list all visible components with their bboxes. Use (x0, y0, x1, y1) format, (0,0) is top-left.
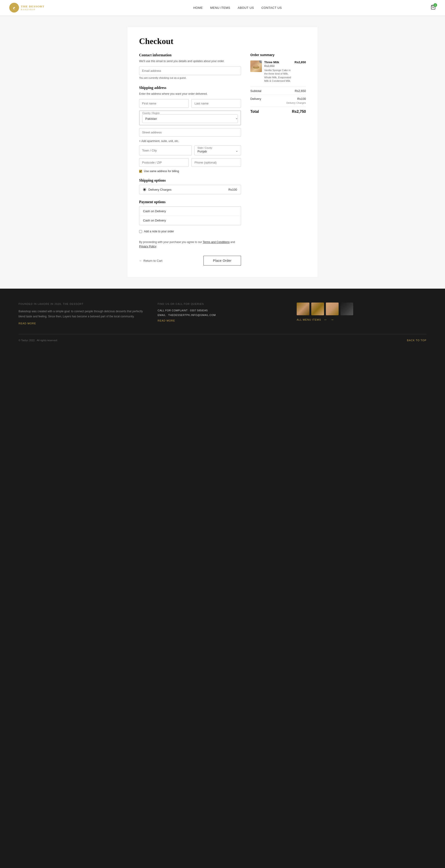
delivery-value: Rs100 (297, 97, 306, 100)
same-address-checkbox[interactable] (139, 170, 142, 173)
street-field[interactable] (139, 128, 241, 137)
postcode-phone-row (139, 158, 241, 167)
shipping-subtitle: Enter the address where you want your or… (139, 92, 241, 95)
shipping-section-title: Shipping address (139, 86, 241, 90)
footer-menu: ALL MENU ITEMS ← → (297, 303, 426, 324)
logo-name: THE DESSORT (21, 5, 44, 8)
order-item-description: Vanilla Sponge Cake in the three kind of… (264, 68, 292, 83)
order-item-total: Rs2,650 (295, 60, 306, 83)
contact-subtitle: We'll use this email to send you details… (139, 60, 241, 63)
delivery-label: Delivery Charges (148, 188, 172, 191)
footer-email: EMAIL : THEDESSERTPK.INFO@GMAIL.COM (158, 314, 287, 316)
street-field-group (139, 128, 241, 137)
add-apartment-link[interactable]: + Add apartment, suite, unit, etc. (139, 140, 241, 143)
nav-menu-items[interactable]: MENU ITEMS (210, 6, 230, 9)
terms-link[interactable]: Terms and Conditions (203, 241, 230, 244)
footer-next-btn[interactable]: → (330, 318, 334, 322)
shipping-section: Shipping address Enter the address where… (139, 86, 241, 173)
arrow-left-icon: ← (139, 259, 142, 262)
logo-icon: e (9, 3, 19, 12)
site-header: e THE DESSORT BAKESHOP HOME MENU ITEMS A… (0, 0, 445, 16)
note-checkbox[interactable] (139, 230, 142, 233)
name-row (139, 99, 241, 108)
footer-grid: FOUNDED IN LAHORE IN 2020, THE DESSORT B… (19, 303, 426, 324)
footer-prev-btn[interactable]: ← (324, 318, 327, 322)
state-select[interactable]: Punjab (198, 150, 238, 153)
footer-thumb-1[interactable] (297, 303, 309, 315)
order-item-name: Three Milk (264, 60, 292, 64)
radio-left: Delivery Charges (143, 188, 172, 191)
back-to-top-button[interactable]: BACK TO TOP (407, 339, 426, 342)
footer-about-text: Bakeshop was created with a simple goal:… (19, 309, 148, 319)
page-title: Checkout (139, 36, 306, 46)
footer-call-number: 0307 5858345 (190, 309, 208, 312)
postcode-field[interactable] (139, 158, 189, 167)
order-summary-title: Order summary (250, 53, 306, 57)
guest-note: You are currently checking out as a gues… (139, 76, 241, 79)
checkout-container: Checkout Contact information We'll use t… (127, 27, 318, 277)
nav-home[interactable]: HOME (193, 6, 203, 9)
return-to-cart-link[interactable]: ← Return to Cart (139, 259, 162, 262)
footer-nav-row: ALL MENU ITEMS ← → (297, 318, 426, 322)
total-label: Total (250, 110, 259, 114)
footer-contact-title: FIND US OR CALL FOR QUERIES (158, 303, 287, 305)
privacy-link[interactable]: Privacy Policy (139, 245, 156, 248)
delivery-note: Delivery Charges (250, 101, 306, 104)
total-row: Total Rs2,750 (250, 106, 306, 114)
nav-contact-us[interactable]: CONTACT US (262, 6, 282, 9)
country-field-group: Country / Region Pakistan (139, 111, 241, 125)
phone-field[interactable] (191, 158, 241, 167)
note-row: Add a note to your order (139, 230, 241, 233)
order-item-original-price: Rs2,650 (264, 64, 292, 68)
svg-point-3 (254, 65, 258, 67)
delivery-radio[interactable] (143, 188, 146, 191)
footer-contact-link[interactable]: READ MORE (158, 319, 287, 322)
nav-about-us[interactable]: ABOUT US (238, 6, 254, 9)
contact-section: Contact information We'll use this email… (139, 53, 241, 79)
footer-bottom: © Tastyc 2022 . All rights reserved. BAC… (19, 334, 426, 342)
first-name-field[interactable] (139, 99, 189, 108)
checkout-layout: Contact information We'll use this email… (139, 53, 306, 266)
delivery-row: Delivery Rs100 (250, 94, 306, 100)
footer-thumb-4[interactable] (340, 303, 353, 315)
payment-section: Payment options Cash on Delivery Cash on… (139, 200, 241, 225)
cart-badge: 1 (434, 3, 437, 7)
country-label: Country / Region (142, 112, 238, 115)
payment-option-1[interactable]: Cash on Delivery (139, 207, 241, 216)
footer-about-link[interactable]: READ MORE (19, 322, 148, 325)
payment-option-2[interactable]: Cash on Delivery (139, 216, 241, 225)
footer-contact: FIND US OR CALL FOR QUERIES CALL FOR COM… (158, 303, 287, 324)
delivery-charges-option: Delivery Charges Rs100 (139, 185, 241, 194)
same-address-row: Use same address for billing (139, 169, 241, 173)
footer-thumb-2[interactable] (311, 303, 324, 315)
delivery-label: Delivery (250, 97, 261, 100)
payment-box: Cash on Delivery Cash on Delivery (139, 207, 241, 225)
note-section: Add a note to your order (139, 230, 241, 233)
footer-all-items-label[interactable]: ALL MENU ITEMS (297, 318, 321, 321)
place-order-button[interactable]: Place Order (204, 256, 241, 266)
order-item-image: 1 (250, 60, 262, 72)
cart-button[interactable]: 1 (431, 5, 436, 11)
terms-text: By proceeding with your purchase you agr… (139, 240, 241, 249)
footer-thumb-3[interactable] (326, 303, 338, 315)
main-nav: HOME MENU ITEMS ABOUT US CONTACT US (193, 6, 282, 9)
footer-images (297, 303, 426, 315)
country-select[interactable]: Pakistan (142, 115, 238, 123)
city-state-row: State / County Punjab ⌄ (139, 146, 241, 155)
footer-about: FOUNDED IN LAHORE IN 2020, THE DESSORT B… (19, 303, 148, 324)
footer-about-title: FOUNDED IN LAHORE IN 2020, THE DESSORT (19, 303, 148, 305)
shipping-options-section: Shipping options Delivery Charges Rs100 (139, 178, 241, 194)
last-name-field[interactable] (191, 99, 241, 108)
return-cart-label: Return to Cart (144, 259, 162, 262)
town-city-field[interactable] (139, 146, 192, 155)
logo[interactable]: e THE DESSORT BAKESHOP (9, 3, 44, 12)
payment-title: Payment options (139, 200, 241, 204)
logo-sub: BAKESHOP (21, 8, 44, 11)
delivery-price: Rs100 (228, 188, 237, 191)
subtotal-label: Subtotal (250, 89, 262, 93)
state-label: State / County (198, 147, 238, 149)
email-field[interactable] (139, 66, 241, 75)
note-label: Add a note to your order (144, 230, 174, 233)
subtotal-value: Rs2,650 (295, 89, 306, 93)
total-value: Rs2,750 (292, 110, 306, 114)
